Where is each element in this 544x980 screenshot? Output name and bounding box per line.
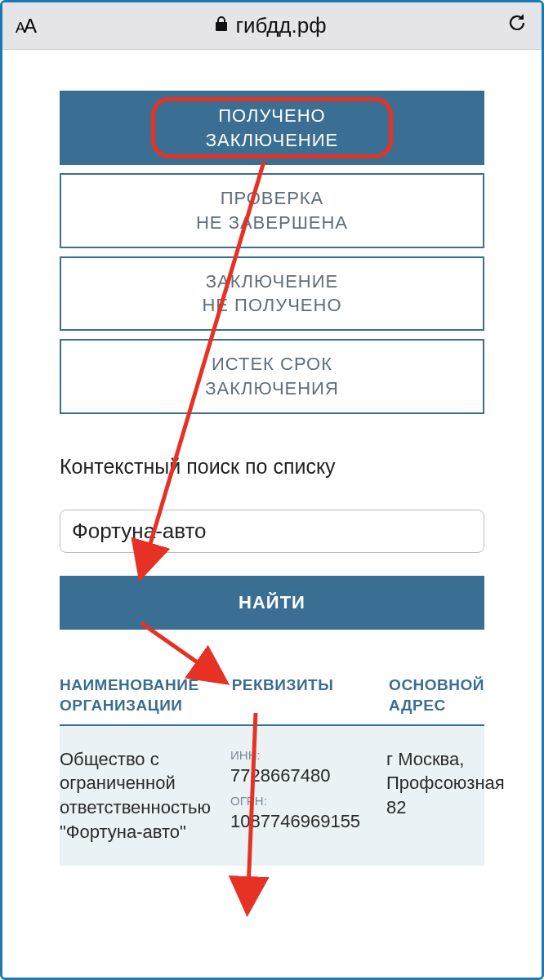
th-address[interactable]: ОСНОВНОЙ АДРЕС [389, 675, 484, 716]
filter-not-received-line1: ЗАКЛЮЧЕНИЕ [206, 271, 338, 292]
filter-not-received-line2: НЕ ПОЛУЧЕНО [202, 295, 341, 315]
table-row[interactable]: Общество с ограниченной ответственностью… [60, 726, 484, 866]
search-input[interactable] [60, 510, 484, 553]
browser-toolbar: AA гибдд.рф [2, 2, 542, 50]
results-table: НАИМЕНОВАНИЕ ОРГАНИЗАЦИИ РЕКВИЗИТЫ ОСНОВ… [60, 675, 484, 866]
ogrn-label: ОГРН: [230, 793, 378, 809]
td-name: Общество с ограниченной ответственностью… [60, 747, 230, 844]
filter-received[interactable]: ПОЛУЧЕНО ЗАКЛЮЧЕНИЕ [60, 91, 484, 165]
search-button[interactable]: НАЙТИ [60, 576, 484, 630]
lock-icon [214, 16, 229, 36]
th-name[interactable]: НАИМЕНОВАНИЕ ОРГАНИЗАЦИИ [60, 675, 232, 716]
filter-received-line1: ПОЛУЧЕНО [218, 105, 325, 126]
ogrn-value: 1087746969155 [230, 809, 378, 834]
filter-expired-line2: ЗАКЛЮЧЕНИЯ [205, 378, 339, 399]
search-section-label: Контекстный поиск по списку [60, 455, 484, 479]
filter-expired-line1: ИСТЕК СРОК [212, 354, 332, 374]
filter-in-progress-line1: ПРОВЕРКА [221, 188, 324, 208]
filter-expired[interactable]: ИСТЕК СРОК ЗАКЛЮЧЕНИЯ [60, 339, 484, 413]
filter-not-received[interactable]: ЗАКЛЮЧЕНИЕ НЕ ПОЛУЧЕНО [60, 256, 484, 331]
text-size-button[interactable]: AA [16, 15, 35, 38]
filter-in-progress-line2: НЕ ЗАВЕРШЕНА [196, 212, 348, 233]
url-text: гибдд.рф [235, 13, 326, 38]
th-requisites[interactable]: РЕКВИЗИТЫ [232, 675, 389, 716]
reload-button[interactable] [506, 11, 528, 40]
table-header: НАИМЕНОВАНИЕ ОРГАНИЗАЦИИ РЕКВИЗИТЫ ОСНОВ… [60, 675, 484, 726]
inn-value: 7728667480 [230, 764, 378, 788]
url-display[interactable]: гибдд.рф [214, 13, 326, 38]
inn-label: ИНН: [230, 747, 378, 764]
td-requisites: ИНН: 7728667480 ОГРН: 1087746969155 [230, 747, 386, 844]
td-address: г Москва, Профсоюзная 82 [386, 747, 484, 844]
page-content: ПОЛУЧЕНО ЗАКЛЮЧЕНИЕ ПРОВЕРКА НЕ ЗАВЕРШЕН… [2, 50, 542, 978]
filter-in-progress[interactable]: ПРОВЕРКА НЕ ЗАВЕРШЕНА [60, 173, 484, 247]
filter-received-line2: ЗАКЛЮЧЕНИЕ [206, 130, 338, 150]
